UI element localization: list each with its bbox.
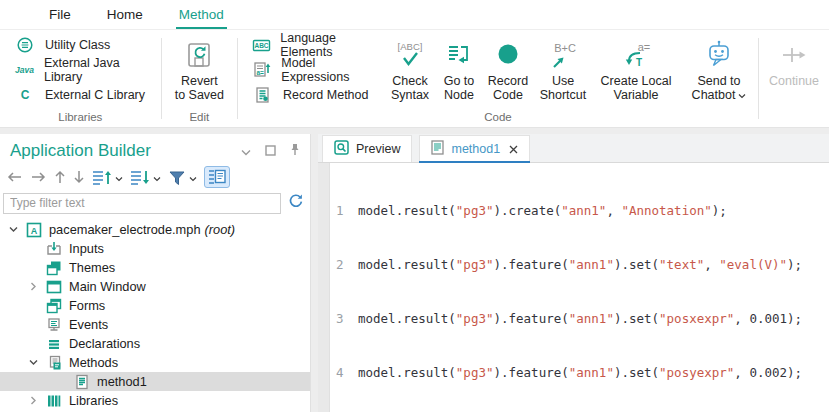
move-down-arrow-icon[interactable] bbox=[73, 169, 85, 185]
panel-menu-chevron-icon[interactable] bbox=[241, 142, 251, 160]
panel-title: Application Builder bbox=[10, 141, 227, 161]
close-icon[interactable] bbox=[509, 145, 518, 154]
move-up-arrow-icon[interactable] bbox=[54, 169, 66, 185]
tab-file[interactable]: File bbox=[46, 2, 74, 29]
filter-button[interactable] bbox=[168, 168, 197, 186]
back-arrow-icon[interactable] bbox=[6, 171, 23, 183]
tree-item-method1[interactable]: method1 bbox=[0, 372, 310, 391]
tab-method[interactable]: Method bbox=[176, 2, 227, 29]
use-shortcut-label-line2: Shortcut bbox=[540, 88, 587, 102]
chevron-down-icon[interactable] bbox=[28, 359, 39, 366]
expand-up-list-button[interactable] bbox=[92, 168, 123, 186]
chevron-right-icon[interactable] bbox=[28, 396, 39, 405]
ribbon-group-edit: Revert to Saved Edit bbox=[162, 30, 237, 127]
code-line[interactable]: 1 model.result("pg3").create("ann1", "An… bbox=[330, 202, 829, 220]
filter-input[interactable] bbox=[3, 193, 281, 214]
tree-item-events[interactable]: Events bbox=[0, 315, 310, 334]
check-syntax-button[interactable]: [ABC] Check Syntax bbox=[384, 30, 436, 110]
collapse-down-list-button[interactable] bbox=[130, 168, 161, 186]
tree-item-root[interactable]: A pacemaker_electrode.mph(root) bbox=[0, 220, 310, 239]
tree-item-label: pacemaker_electrode.mph(root) bbox=[49, 222, 235, 237]
create-local-variable-button[interactable]: a= T Create Local Variable bbox=[592, 30, 680, 110]
chevron-down-icon bbox=[738, 88, 746, 102]
tree-item-declarations[interactable]: Declarations bbox=[0, 334, 310, 353]
editor-tab-bar: Preview method1 bbox=[318, 134, 829, 163]
ribbon-group-continue: Continue bbox=[759, 30, 829, 127]
go-to-node-label-line2: Node bbox=[444, 88, 474, 102]
inputs-icon bbox=[46, 241, 62, 257]
preview-tab-label: Preview bbox=[356, 142, 400, 156]
tree-item-label: Libraries bbox=[69, 393, 118, 408]
tree-item-libraries[interactable]: Libraries bbox=[0, 391, 310, 410]
external-java-library-button[interactable]: Java External Java Library bbox=[8, 58, 161, 82]
model-expressions-label: Model Expressions bbox=[281, 56, 380, 84]
method1-tab-label: method1 bbox=[451, 142, 500, 156]
panel-pin-icon[interactable] bbox=[290, 142, 300, 160]
record-method-icon bbox=[250, 86, 276, 104]
utility-class-button[interactable]: Utility Class bbox=[8, 33, 161, 57]
create-local-variable-icon: a= T bbox=[617, 36, 655, 74]
panel-float-icon[interactable] bbox=[265, 142, 276, 160]
use-shortcut-label-line1: Use bbox=[552, 74, 574, 88]
chevron-down-icon bbox=[115, 168, 123, 186]
ribbon-group-libraries: Utility Class Java External Java Library… bbox=[0, 30, 161, 127]
show-node-details-toggle[interactable] bbox=[204, 166, 230, 188]
record-method-label: Record Method bbox=[283, 88, 368, 102]
forward-arrow-icon[interactable] bbox=[30, 171, 47, 183]
svg-text:[ABC]: [ABC] bbox=[398, 41, 423, 52]
check-syntax-label-line2: Syntax bbox=[391, 88, 429, 102]
model-expressions-button[interactable]: a= Model Expressions bbox=[246, 58, 384, 82]
tree-item-inputs[interactable]: Inputs bbox=[0, 239, 310, 258]
tab-method1[interactable]: method1 bbox=[419, 135, 530, 162]
go-to-node-button[interactable]: Go to Node bbox=[436, 30, 482, 110]
application-root-icon: A bbox=[26, 222, 42, 238]
revert-to-saved-icon bbox=[184, 36, 214, 74]
use-shortcut-button[interactable]: B+C Use Shortcut bbox=[534, 30, 592, 110]
java-icon: Java bbox=[12, 65, 37, 75]
record-code-label-line2: Code bbox=[493, 88, 523, 102]
external-c-library-button[interactable]: C External C Library bbox=[8, 83, 161, 107]
main-area: Application Builder bbox=[0, 128, 829, 412]
tree-item-themes[interactable]: Themes bbox=[0, 258, 310, 277]
tree-item-main-window[interactable]: Main Window bbox=[0, 277, 310, 296]
send-to-chatbot-label-line2: Chatbot bbox=[692, 88, 747, 102]
application-builder-panel: Application Builder bbox=[0, 134, 311, 412]
language-elements-button[interactable]: ABC Language Elements bbox=[246, 33, 384, 57]
language-elements-label: Language Elements bbox=[280, 31, 380, 59]
node-details-icon bbox=[208, 169, 226, 185]
chevron-right-icon[interactable] bbox=[28, 282, 39, 291]
code-editor[interactable]: 1 model.result("pg3").create("ann1", "An… bbox=[318, 163, 829, 412]
method-editor: Preview method1 1 model.result("pg3").cr… bbox=[318, 134, 829, 412]
check-syntax-label-line1: Check bbox=[392, 74, 427, 88]
tree-item-label: Forms bbox=[69, 298, 105, 313]
language-elements-icon: ABC bbox=[250, 36, 273, 54]
svg-text:a=: a= bbox=[257, 69, 265, 76]
model-expressions-icon: a= bbox=[250, 61, 274, 79]
tree-item-label: method1 bbox=[97, 374, 147, 389]
refresh-icon[interactable] bbox=[288, 193, 304, 213]
record-code-button[interactable]: Record Code bbox=[482, 30, 534, 110]
filter-row bbox=[0, 190, 310, 216]
tree-item-label: Methods bbox=[69, 355, 118, 370]
line-number: 4 bbox=[330, 364, 358, 382]
code-line[interactable]: 3 model.result("pg3").feature("ann1").se… bbox=[330, 310, 829, 328]
record-method-button[interactable]: Record Method bbox=[246, 83, 384, 107]
chevron-down-icon bbox=[189, 168, 197, 186]
send-to-chatbot-button[interactable]: Send to Chatbot bbox=[680, 30, 758, 110]
svg-text:B+C: B+C bbox=[554, 42, 576, 54]
chevron-down-icon[interactable] bbox=[8, 226, 19, 233]
revert-to-saved-button[interactable]: Revert to Saved bbox=[175, 30, 224, 110]
continue-button[interactable]: Continue bbox=[759, 30, 829, 122]
tree-toolbar bbox=[0, 164, 310, 190]
tab-home[interactable]: Home bbox=[104, 2, 146, 29]
record-code-icon bbox=[493, 36, 523, 74]
utility-class-icon bbox=[12, 36, 38, 54]
tree-item-methods[interactable]: Methods bbox=[0, 353, 310, 372]
code-line[interactable]: 2 model.result("pg3").feature("ann1").se… bbox=[330, 256, 829, 274]
code-line[interactable]: 4 model.result("pg3").feature("ann1").se… bbox=[330, 364, 829, 382]
group-label-code: Code bbox=[238, 110, 758, 127]
external-c-library-label: External C Library bbox=[45, 88, 145, 102]
revert-label-line1: Revert bbox=[181, 74, 218, 88]
tree-item-forms[interactable]: Forms bbox=[0, 296, 310, 315]
tab-preview[interactable]: Preview bbox=[322, 135, 412, 162]
